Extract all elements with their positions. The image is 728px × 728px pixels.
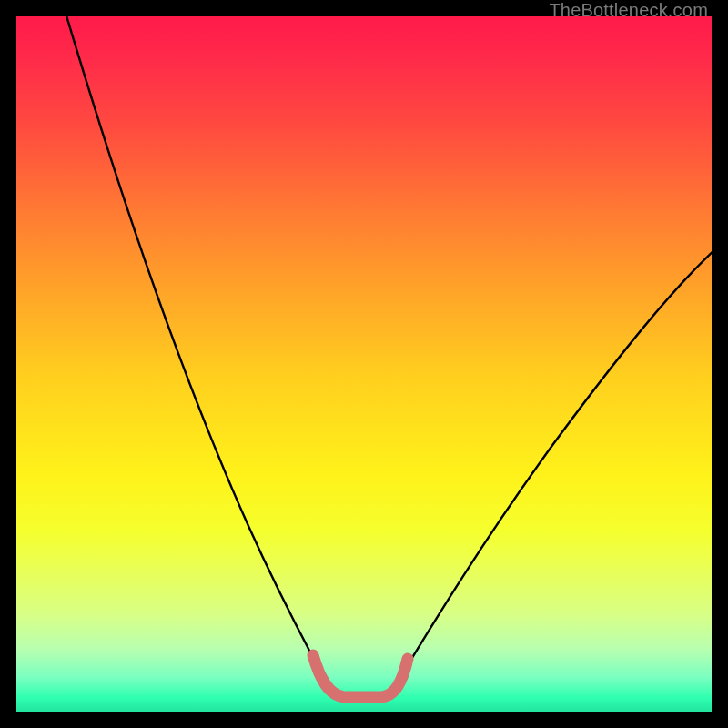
right-curve-path [400, 246, 712, 677]
trough-highlight-path [313, 655, 408, 697]
watermark-text: TheBottleneck.com [549, 0, 708, 21]
chart-container: TheBottleneck.com [0, 0, 728, 728]
chart-curves [16, 16, 712, 712]
plot-area [16, 16, 712, 712]
left-curve-path [66, 16, 326, 682]
